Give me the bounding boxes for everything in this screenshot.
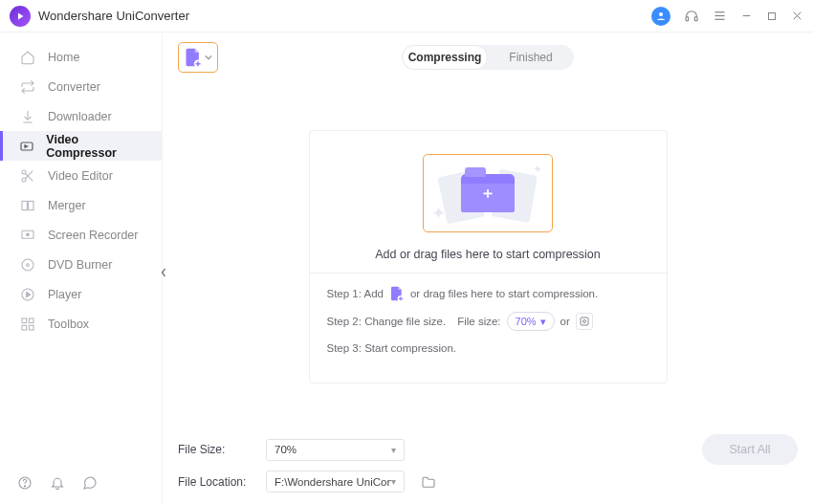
svg-rect-7: [769, 12, 776, 19]
step-text: Step 3: Start compression.: [327, 340, 457, 356]
tab-finished[interactable]: Finished: [488, 45, 574, 70]
svg-point-12: [22, 178, 26, 182]
svg-rect-24: [22, 325, 27, 330]
feedback-icon[interactable]: [82, 475, 98, 491]
svg-rect-2: [694, 16, 697, 20]
dropzone-card: ✦ ✦ ＋ Add or drag files here to start co…: [309, 130, 668, 383]
step-2: Step 2: Change file size. File size: 70%…: [327, 312, 649, 331]
file-location-label: File Location:: [178, 475, 253, 489]
svg-point-20: [27, 263, 30, 266]
sidebar-item-player[interactable]: Player: [0, 279, 162, 309]
home-icon: [19, 50, 36, 65]
screen-recorder-icon: [19, 228, 36, 243]
step-3: Step 3: Start compression.: [327, 340, 649, 356]
sidebar-item-label: Player: [48, 288, 81, 301]
step-text: or drag files here to start compression.: [410, 286, 598, 301]
steps-panel: Step 1: Add or drag files here to start …: [310, 273, 667, 356]
settings-tile-button[interactable]: [576, 313, 593, 330]
sidebar-item-merger[interactable]: Merger: [0, 190, 162, 220]
svg-rect-25: [29, 325, 33, 330]
sidebar-item-label: Merger: [48, 199, 86, 212]
folder-icon: ＋: [461, 174, 515, 212]
sidebar-item-video-editor[interactable]: Video Editor: [0, 161, 162, 190]
svg-point-31: [582, 320, 585, 323]
add-file-button[interactable]: [178, 42, 218, 73]
step-text: Step 2: Change file size.: [327, 314, 447, 329]
window-close-icon[interactable]: [791, 10, 803, 22]
dropzone-add-button[interactable]: ✦ ✦ ＋: [423, 154, 553, 232]
sparkle-icon: ✦: [533, 163, 542, 176]
file-size-select[interactable]: 70% ▾: [266, 439, 405, 461]
sidebar-item-toolbox[interactable]: Toolbox: [0, 309, 162, 339]
compressor-icon: [19, 139, 34, 154]
main-panel: Compressing Finished ✦ ✦ ＋ Add o: [163, 33, 813, 504]
svg-rect-22: [22, 318, 27, 323]
svg-rect-1: [686, 16, 689, 20]
sidebar-item-label: Video Compressor: [46, 133, 143, 160]
sidebar-item-dvd-burner[interactable]: DVD Burner: [0, 250, 162, 279]
chevron-down-icon: ▾: [391, 476, 396, 487]
merger-icon: [19, 198, 36, 213]
document-add-icon: [184, 47, 203, 68]
scissors-icon: [19, 168, 36, 184]
pill-value: 70%: [516, 314, 537, 329]
svg-rect-15: [22, 201, 27, 209]
grid-icon: [19, 317, 36, 332]
hamburger-menu-icon[interactable]: [713, 9, 727, 23]
app-title: Wondershare UniConverter: [38, 9, 651, 23]
bell-icon[interactable]: [50, 475, 65, 491]
play-icon: [19, 287, 36, 302]
step-size-pill[interactable]: 70% ▾: [507, 312, 555, 331]
sidebar-item-label: Video Editor: [48, 169, 113, 183]
sidebar-item-label: Downloader: [48, 110, 112, 123]
svg-point-0: [659, 12, 663, 16]
svg-rect-30: [581, 318, 588, 325]
sidebar: Home Converter Downloader Video Compress…: [0, 33, 163, 504]
chevron-down-icon: ▾: [391, 445, 396, 455]
step-text: File size:: [457, 314, 500, 329]
sidebar-item-converter[interactable]: Converter: [0, 72, 162, 101]
sidebar-item-home[interactable]: Home: [0, 42, 162, 72]
step-1: Step 1: Add or drag files here to start …: [327, 285, 649, 302]
file-size-label: File Size:: [178, 443, 253, 456]
select-value: 70%: [275, 444, 297, 455]
window-maximize-icon[interactable]: [766, 11, 778, 22]
open-folder-button[interactable]: [418, 472, 439, 492]
sidebar-item-downloader[interactable]: Downloader: [0, 101, 162, 131]
sparkle-icon: ✦: [431, 203, 446, 224]
document-add-icon: [389, 285, 405, 302]
sidebar-item-label: Home: [48, 51, 79, 64]
svg-point-18: [27, 233, 30, 236]
chevron-down-icon: ▾: [540, 314, 546, 329]
file-location-select[interactable]: F:\Wondershare UniConverte ▾: [266, 471, 405, 493]
sidebar-item-label: Converter: [48, 80, 100, 94]
select-value: F:\Wondershare UniConverte: [275, 476, 391, 488]
support-headset-icon[interactable]: [684, 9, 699, 24]
help-icon[interactable]: [17, 475, 33, 491]
dropzone-caption: Add or drag files here to start compress…: [375, 248, 601, 261]
start-all-button[interactable]: Start All: [702, 434, 798, 465]
sidebar-item-label: Toolbox: [48, 318, 89, 331]
svg-point-27: [24, 486, 25, 487]
step-text: Step 1: Add: [327, 286, 384, 301]
step-text: or: [560, 314, 570, 329]
app-logo: [10, 6, 31, 27]
title-bar: Wondershare UniConverter: [0, 0, 813, 33]
sidebar-item-screen-recorder[interactable]: Screen Recorder: [0, 220, 162, 250]
window-minimize-icon[interactable]: [740, 10, 753, 22]
plus-icon: ＋: [480, 184, 495, 204]
status-tabs: Compressing Finished: [402, 45, 574, 70]
chevron-down-icon: [205, 54, 212, 61]
tab-compressing[interactable]: Compressing: [402, 45, 488, 70]
svg-rect-16: [29, 201, 33, 209]
download-icon: [19, 109, 36, 124]
svg-rect-23: [29, 318, 33, 323]
sidebar-item-video-compressor[interactable]: Video Compressor: [0, 131, 162, 161]
svg-point-11: [22, 170, 26, 174]
sidebar-item-label: Screen Recorder: [48, 229, 139, 242]
svg-point-19: [22, 259, 33, 271]
converter-icon: [19, 79, 36, 95]
account-avatar-icon[interactable]: [651, 7, 670, 26]
sidebar-item-label: DVD Burner: [48, 258, 112, 272]
disc-icon: [19, 257, 36, 273]
